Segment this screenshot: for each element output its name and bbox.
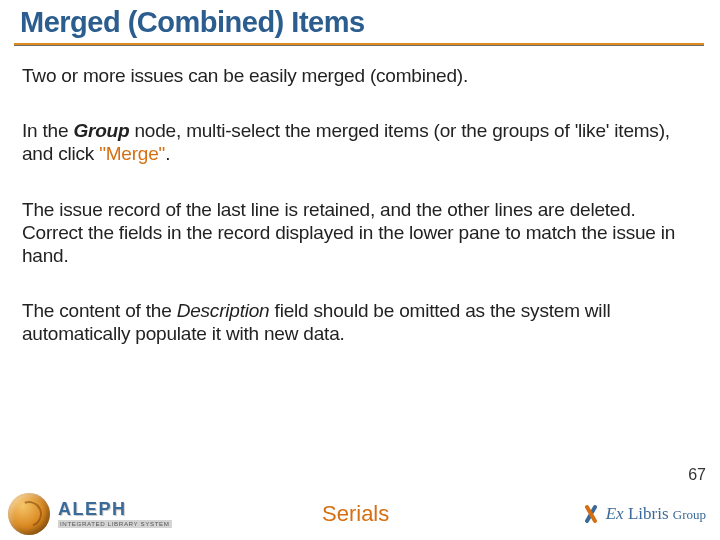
page-number: 67 <box>688 466 706 484</box>
aleph-subtitle: INTEGRATED LIBRARY SYSTEM <box>58 520 172 528</box>
exlibris-logo-text: Ex Libris Group <box>606 504 706 524</box>
aleph-logo-icon <box>8 493 50 535</box>
footer: ALEPH INTEGRATED LIBRARY SYSTEM Serials … <box>0 488 720 540</box>
slide-title: Merged (Combined) Items <box>0 0 720 43</box>
paragraph-4: The content of the Description field sho… <box>22 299 694 345</box>
text: The content of the <box>22 300 177 321</box>
slide-content: Two or more issues can be easily merged … <box>0 46 720 345</box>
text: Ex <box>606 504 624 523</box>
description-word: Description <box>177 300 270 321</box>
footer-center-label: Serials <box>172 501 580 527</box>
text: In the <box>22 120 73 141</box>
text: Group <box>673 507 706 522</box>
aleph-logo-text: ALEPH INTEGRATED LIBRARY SYSTEM <box>58 500 172 528</box>
text: . <box>165 143 170 164</box>
paragraph-3: The issue record of the last line is ret… <box>22 198 694 268</box>
aleph-word: ALEPH <box>58 500 172 518</box>
merge-word: "Merge" <box>99 143 165 164</box>
footer-left: ALEPH INTEGRATED LIBRARY SYSTEM <box>0 493 172 535</box>
text: Libris <box>624 504 673 523</box>
paragraph-2: In the Group node, multi-select the merg… <box>22 119 694 165</box>
slide: Merged (Combined) Items Two or more issu… <box>0 0 720 540</box>
paragraph-1: Two or more issues can be easily merged … <box>22 64 694 87</box>
footer-right: Ex Libris Group <box>580 503 720 525</box>
exlibris-logo-icon <box>580 503 602 525</box>
group-word: Group <box>73 120 129 141</box>
